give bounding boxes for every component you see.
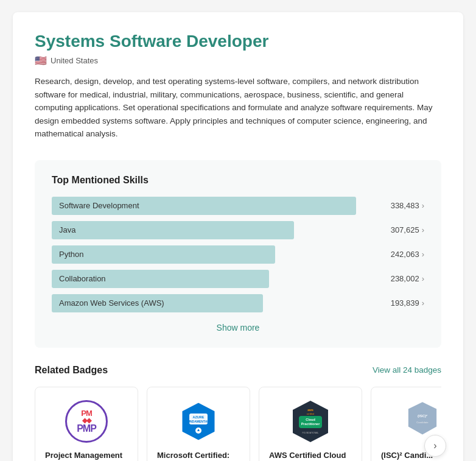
skill-bar: Python	[52, 245, 275, 264]
svg-text:Practitioner: Practitioner	[301, 422, 320, 426]
skills-section: Top Mentioned Skills Software Developmen…	[35, 160, 441, 348]
skill-count-row: 242,063 ›	[369, 250, 424, 259]
badge-name: Microsoft Certified: Azure Fundamentals	[157, 451, 240, 461]
badge-card[interactable]: AZURE FUNDAMENTALS Microsoft Certified: …	[147, 387, 250, 461]
svg-text:FUNDAMENTALS: FUNDAMENTALS	[186, 419, 211, 423]
skill-bar-container: Amazon Web Services (AWS)	[52, 294, 362, 312]
skill-bar: Amazon Web Services (AWS)	[52, 294, 263, 312]
badge-name: Project Management Professional (PMP)®	[45, 451, 128, 461]
skill-label: Java	[59, 225, 75, 234]
skill-count-row: 193,839 ›	[369, 298, 424, 308]
location-text: United States	[51, 56, 98, 65]
skill-count: 193,839	[391, 298, 419, 308]
skill-row[interactable]: Collaboration 238,002 ›	[52, 270, 424, 288]
show-more-button[interactable]: Show more	[217, 323, 260, 333]
skill-bar-container: Software Development	[52, 197, 362, 215]
skill-count: 307,625	[391, 225, 419, 234]
svg-text:AZURE: AZURE	[193, 415, 205, 419]
svg-marker-13	[408, 402, 436, 434]
aws-badge-svg: aws certified Cloud Practitioner FOUNDAT…	[288, 399, 333, 444]
skill-row[interactable]: Software Development 338,483 ›	[52, 197, 424, 215]
skill-bar: Collaboration	[52, 270, 269, 288]
skill-row[interactable]: Python 242,063 ›	[52, 245, 424, 264]
badge-name: AWS Certified Cloud Practitioner	[269, 451, 352, 461]
job-title: Systems Software Developer	[35, 32, 441, 51]
view-all-badges-link[interactable]: View all 24 badges	[373, 365, 441, 375]
skill-count: 338,483	[391, 201, 419, 210]
badges-wrapper: PM ◆◆ PMP Project Management Professiona…	[35, 387, 441, 461]
skill-label: Amazon Web Services (AWS)	[59, 298, 164, 308]
badges-section-title: Related Badges	[35, 365, 108, 376]
pmp-logo-inner: PM ◆◆ PMP	[77, 409, 96, 434]
pmp-logo: PM ◆◆ PMP	[65, 400, 108, 443]
skill-row[interactable]: Java 307,625 ›	[52, 221, 424, 239]
skills-list: Software Development 338,483 › Java 307,…	[52, 197, 424, 312]
skill-label: Python	[59, 250, 83, 259]
skills-section-title: Top Mentioned Skills	[52, 175, 424, 186]
svg-text:Candidate: Candidate	[416, 421, 429, 424]
chevron-right-icon: ›	[422, 250, 424, 259]
badge-name: (ISC)² Candi...	[381, 451, 433, 461]
svg-text:FOUNDATIONAL: FOUNDATIONAL	[302, 432, 318, 434]
skill-count-row: 307,625 ›	[369, 225, 424, 234]
skill-count-row: 338,483 ›	[369, 201, 424, 210]
chevron-right-icon: ›	[422, 274, 424, 283]
badge-logo-area: AZURE FUNDAMENTALS	[157, 399, 240, 443]
chevron-right-icon: ›	[422, 201, 424, 210]
svg-text:(ISC)²: (ISC)²	[418, 414, 427, 418]
svg-text:Cloud: Cloud	[306, 418, 315, 421]
skill-label: Collaboration	[59, 274, 106, 283]
skill-label: Software Development	[59, 201, 139, 210]
chevron-right-icon: ›	[422, 298, 424, 308]
badges-row: PM ◆◆ PMP Project Management Professiona…	[35, 387, 441, 461]
skill-bar: Software Development	[52, 197, 356, 215]
job-description: Research, design, develop, and test oper…	[35, 75, 441, 141]
skill-count: 242,063	[391, 250, 419, 259]
badge-card[interactable]: PM ◆◆ PMP Project Management Professiona…	[35, 387, 138, 461]
skill-bar-container: Collaboration	[52, 270, 362, 288]
skill-count-row: 238,002 ›	[369, 274, 424, 283]
badges-section: Related Badges View all 24 badges PM ◆◆ …	[35, 365, 441, 461]
skill-row[interactable]: Amazon Web Services (AWS) 193,839 ›	[52, 294, 424, 312]
page-container: Systems Software Developer 🇺🇸 United Sta…	[13, 12, 463, 461]
skill-count: 238,002	[391, 274, 419, 283]
badge-card[interactable]: aws certified Cloud Practitioner FOUNDAT…	[259, 387, 362, 461]
skill-bar: Java	[52, 221, 294, 239]
chevron-right-icon: ›	[422, 225, 424, 234]
skill-bar-container: Python	[52, 245, 362, 264]
svg-text:aws: aws	[307, 408, 313, 412]
carousel-next-button[interactable]: ›	[424, 435, 446, 457]
skill-bar-container: Java	[52, 221, 362, 239]
flag-icon: 🇺🇸	[35, 55, 47, 66]
location-row: 🇺🇸 United States	[35, 55, 441, 66]
svg-text:certified: certified	[307, 413, 314, 415]
badge-logo-area: aws certified Cloud Practitioner FOUNDAT…	[269, 399, 352, 443]
azure-badge-svg: AZURE FUNDAMENTALS	[177, 400, 220, 443]
show-more-container: Show more	[52, 322, 424, 333]
badges-header: Related Badges View all 24 badges	[35, 365, 441, 376]
badge-logo-area: PM ◆◆ PMP	[45, 399, 128, 443]
